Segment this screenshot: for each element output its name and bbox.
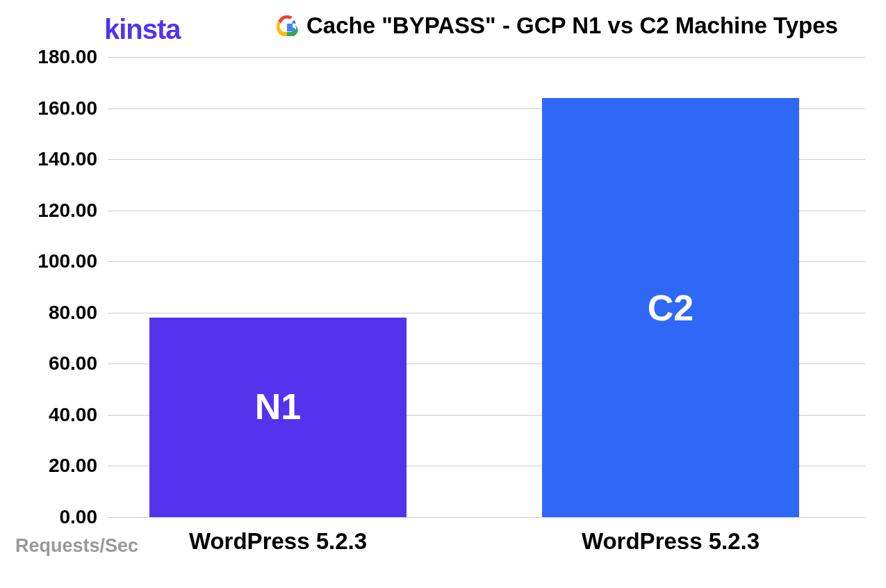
x-tick-label: WordPress 5.2.3 xyxy=(149,528,407,555)
gridline xyxy=(108,517,865,518)
gcp-icon xyxy=(274,13,300,38)
bar-c2: C2 xyxy=(542,98,799,517)
y-axis-label: Requests/Sec xyxy=(15,535,138,557)
y-tick-label: 100.00 xyxy=(14,250,97,272)
y-tick-label: 140.00 xyxy=(14,148,97,170)
kinsta-logo: kinsta xyxy=(104,14,181,45)
bar-label: C2 xyxy=(542,287,799,329)
y-tick-label: 180.00 xyxy=(14,46,97,68)
gridline xyxy=(108,57,865,58)
y-tick-label: 20.00 xyxy=(14,455,97,477)
y-tick-label: 60.00 xyxy=(14,352,97,375)
bar-label: N1 xyxy=(149,386,407,427)
x-tick-label: WordPress 5.2.3 xyxy=(542,528,799,555)
y-tick-label: 120.00 xyxy=(14,199,97,222)
y-tick-label: 160.00 xyxy=(14,97,97,120)
y-tick-label: 0.00 xyxy=(14,506,97,528)
chart-title: Cache "BYPASS" - GCP N1 vs C2 Machine Ty… xyxy=(306,13,838,39)
chart-plot-area: N1C2 xyxy=(108,57,865,517)
title-wrap: Cache "BYPASS" - GCP N1 vs C2 Machine Ty… xyxy=(274,13,838,39)
bar-n1: N1 xyxy=(149,318,407,517)
y-tick-label: 40.00 xyxy=(14,404,97,426)
y-tick-label: 80.00 xyxy=(14,302,97,324)
